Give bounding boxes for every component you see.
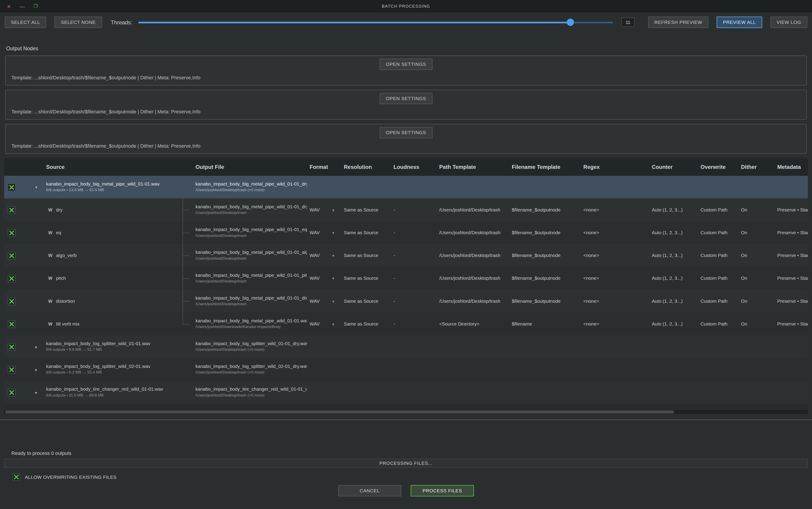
overwrite-cell[interactable]: Custom Path xyxy=(698,253,738,258)
dither-cell[interactable]: On xyxy=(739,207,775,212)
select-all-button[interactable]: SELECT ALL xyxy=(5,17,46,28)
row-checkbox[interactable] xyxy=(8,251,15,259)
format-dropdown[interactable]: WAV ▼ xyxy=(307,230,341,235)
resolution-cell[interactable]: Same as Source xyxy=(341,299,391,304)
format-dropdown[interactable]: WAV ▼ xyxy=(307,276,341,281)
path-template-cell[interactable]: /Users/joshlord/Desktop/trash xyxy=(437,276,509,281)
loudness-cell[interactable]: - xyxy=(391,299,436,304)
row-checkbox[interactable] xyxy=(8,229,15,236)
overwrite-cell[interactable]: Custom Path xyxy=(698,321,738,327)
regex-cell[interactable]: <none> xyxy=(581,253,649,258)
filename-template-cell[interactable]: $filename_$outputnode xyxy=(509,230,581,235)
resolution-cell[interactable]: Same as Source xyxy=(341,276,391,281)
dither-cell[interactable]: On xyxy=(739,230,775,235)
panel-splitter[interactable] xyxy=(0,419,812,420)
row-checkbox[interactable] xyxy=(8,183,15,191)
regex-cell[interactable]: <none> xyxy=(581,321,649,327)
metadata-cell[interactable]: Preserve • Stamp xyxy=(775,321,808,327)
expand-arrow-icon[interactable]: ▸ xyxy=(29,367,43,372)
counter-cell[interactable]: Auto (1, 2, 3...) xyxy=(649,299,698,304)
slider-handle[interactable] xyxy=(566,19,574,26)
minimize-icon[interactable]: — xyxy=(18,3,26,9)
filename-template-cell[interactable]: $filename_$outputnode xyxy=(509,276,581,281)
format-dropdown[interactable]: WAV ▼ xyxy=(307,253,341,258)
row-checkbox[interactable] xyxy=(8,206,15,214)
metadata-cell[interactable]: Preserve • Stamp xyxy=(775,299,808,304)
resolution-cell[interactable]: Same as Source xyxy=(341,230,391,235)
table-row[interactable]: ▸ kanabo_impact_body_log_splitter_wild_0… xyxy=(4,358,808,381)
process-files-button[interactable]: PROCESS FILES xyxy=(411,485,474,497)
open-settings-button[interactable]: OPEN SETTINGS xyxy=(380,59,432,70)
loudness-cell[interactable]: - xyxy=(391,321,436,327)
select-none-button[interactable]: SELECT NONE xyxy=(55,17,102,28)
filename-template-cell[interactable]: $filename_$outputnode xyxy=(509,299,581,304)
table-row-output-node[interactable]: W distortion kanabo_impact_body_big_meta… xyxy=(4,290,808,312)
open-settings-button[interactable]: OPEN SETTINGS xyxy=(380,93,432,104)
format-dropdown[interactable]: WAV ▼ xyxy=(307,207,341,212)
dither-cell[interactable]: On xyxy=(739,276,775,281)
open-settings-button[interactable]: OPEN SETTINGS xyxy=(380,127,432,138)
regex-cell[interactable]: <none> xyxy=(581,276,649,281)
horizontal-scrollbar[interactable] xyxy=(4,410,808,414)
table-row-output-node[interactable]: W algo_verb kanabo_impact_body_big_metal… xyxy=(4,244,808,267)
loudness-cell[interactable]: - xyxy=(391,276,436,281)
path-template-cell[interactable]: /Users/joshlord/Desktop/trash xyxy=(437,299,509,304)
overwrite-cell[interactable]: Custom Path xyxy=(698,207,738,212)
regex-cell[interactable]: <none> xyxy=(581,299,649,304)
row-checkbox[interactable] xyxy=(8,274,15,282)
format-dropdown[interactable]: WAV ▼ xyxy=(307,321,341,327)
expand-arrow-icon[interactable]: ▸ xyxy=(29,344,43,349)
threads-value-input[interactable]: 11 xyxy=(621,18,635,27)
expand-arrow-icon[interactable]: ▾ xyxy=(29,185,43,190)
row-checkbox[interactable] xyxy=(8,343,15,350)
table-row-output-node[interactable]: W eq kanabo_impact_body_big_metal_pipe_w… xyxy=(4,222,808,244)
overwrite-cell[interactable]: Custom Path xyxy=(698,276,738,281)
view-log-button[interactable]: VIEW LOG xyxy=(770,17,807,28)
cancel-button[interactable]: CANCEL xyxy=(338,485,401,497)
counter-cell[interactable]: Auto (1, 2, 3...) xyxy=(649,321,698,327)
duplicate-window-icon[interactable]: ❐ xyxy=(32,4,40,9)
expand-arrow-icon[interactable]: ▸ xyxy=(29,390,43,395)
regex-cell[interactable]: <none> xyxy=(581,230,649,235)
row-checkbox[interactable] xyxy=(8,320,15,328)
overwrite-checkbox[interactable] xyxy=(12,473,20,481)
path-template-cell[interactable]: <Source Directory> xyxy=(437,321,509,327)
resolution-cell[interactable]: Same as Source xyxy=(341,253,391,258)
filename-template-cell[interactable]: $filename xyxy=(509,321,581,327)
filename-template-cell[interactable]: $filename_$outputnode xyxy=(509,253,581,258)
loudness-cell[interactable]: - xyxy=(391,207,436,212)
filename-template-cell[interactable]: $filename_$outputnode xyxy=(509,207,581,212)
dither-cell[interactable]: On xyxy=(739,299,775,304)
format-dropdown[interactable]: WAV ▼ xyxy=(307,299,341,304)
counter-cell[interactable]: Auto (1, 2, 3...) xyxy=(649,207,698,212)
overwrite-cell[interactable]: Custom Path xyxy=(698,299,738,304)
metadata-cell[interactable]: Preserve • Stamp xyxy=(775,207,808,212)
table-row-output-node[interactable]: W tilt verb mix kanabo_impact_body_big_m… xyxy=(4,312,808,335)
table-row[interactable]: ▸ kanabo_impact_body_log_splitter_wild_0… xyxy=(4,335,808,358)
metadata-cell[interactable]: Preserve • Stamp xyxy=(775,276,808,281)
counter-cell[interactable]: Auto (1, 2, 3...) xyxy=(649,253,698,258)
scrollbar-thumb[interactable] xyxy=(5,410,674,414)
counter-cell[interactable]: Auto (1, 2, 3...) xyxy=(649,230,698,235)
loudness-cell[interactable]: - xyxy=(391,253,436,258)
preview-all-button[interactable]: PREVIEW ALL xyxy=(717,17,762,28)
table-row-output-node[interactable]: W dry kanabo_impact_body_big_metal_pipe_… xyxy=(4,198,808,221)
row-checkbox[interactable] xyxy=(8,388,15,396)
table-row[interactable]: ▸ kanabo_impact_body_tire_changer_red_wi… xyxy=(4,381,808,404)
path-template-cell[interactable]: /Users/joshlord/Desktop/trash xyxy=(437,253,509,258)
regex-cell[interactable]: <none> xyxy=(581,207,649,212)
row-checkbox[interactable] xyxy=(8,366,15,373)
table-row[interactable]: ▾ kanabo_impact_body_big_metal_pipe_wild… xyxy=(4,176,808,198)
path-template-cell[interactable]: /Users/joshlord/Desktop/trash xyxy=(437,207,509,212)
metadata-cell[interactable]: Preserve • Stamp xyxy=(775,230,808,235)
metadata-cell[interactable]: Preserve • Stamp xyxy=(775,253,808,258)
row-checkbox[interactable] xyxy=(8,297,15,305)
refresh-preview-button[interactable]: REFRESH PREVIEW xyxy=(648,17,709,28)
loudness-cell[interactable]: - xyxy=(391,230,436,235)
dither-cell[interactable]: On xyxy=(739,321,775,327)
resolution-cell[interactable]: Same as Source xyxy=(341,321,391,327)
overwrite-cell[interactable]: Custom Path xyxy=(698,230,738,235)
close-icon[interactable]: ✕ xyxy=(5,3,13,9)
threads-slider[interactable] xyxy=(138,17,613,28)
counter-cell[interactable]: Auto (1, 2, 3...) xyxy=(649,276,698,281)
